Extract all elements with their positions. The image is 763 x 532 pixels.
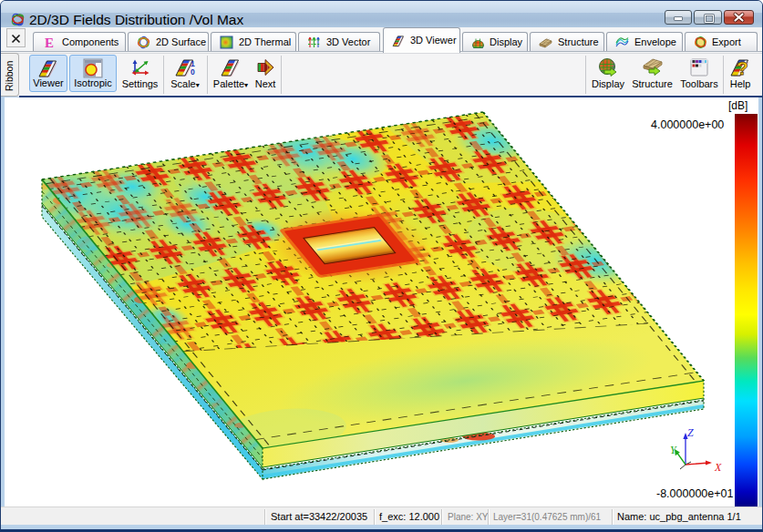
svg-text:E: E — [45, 36, 54, 49]
svg-text:0: 0 — [191, 67, 195, 77]
svg-text:1: 1 — [191, 59, 195, 68]
svg-text:?: ? — [737, 57, 748, 77]
svg-text:X: X — [714, 461, 722, 474]
svg-text:Z: Z — [687, 426, 694, 439]
